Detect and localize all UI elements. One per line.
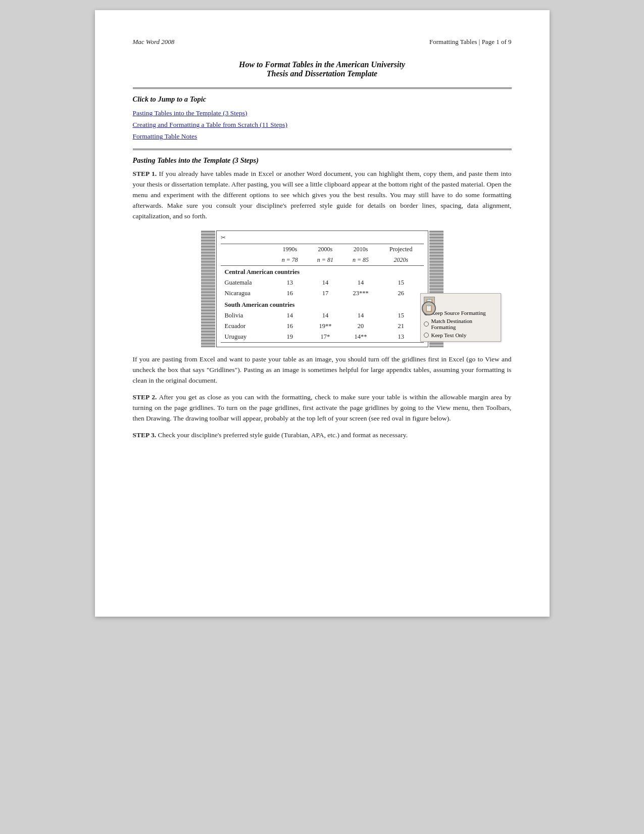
toc-link-2[interactable]: Creating and Formatting a Table from Scr… (133, 119, 512, 131)
toc-links: Pasting Tables into the Template (3 Step… (133, 108, 512, 143)
label-keep-text: Keep Text Only (431, 332, 467, 338)
header-left: Mac Word 2008 (133, 38, 175, 46)
title-line2: Thesis and Dissertation Template (133, 69, 512, 78)
para2: If you are pasting from Excel and want t… (133, 354, 512, 386)
row-bolivia: Bolivia 14 14 14 15 (221, 310, 424, 321)
header-right: Formatting Tables | Page 1 of 9 (429, 38, 512, 46)
section-label-central: Central American countries (221, 266, 424, 278)
central-label: Central American countries (221, 266, 424, 278)
title-line1: How to Format Tables in the American Uni… (133, 60, 512, 69)
col-2010s: 2010s (343, 244, 378, 255)
step3-paragraph: STEP 3. Check your discipline's preferre… (133, 430, 512, 441)
figure-container: ✂ 1990s 2000s 2010s Projected n = 78 (133, 230, 512, 347)
south-label: South American countries (221, 299, 424, 310)
sub-2020s: 2020s (378, 255, 423, 266)
page: Mac Word 2008 Formatting Tables | Page 1… (95, 10, 550, 617)
step3-text: Check your discipline's preferred style … (156, 431, 408, 439)
left-sidebar (201, 230, 215, 347)
toc-link-1[interactable]: Pasting Tables into the Template (3 Step… (133, 108, 512, 119)
row-uruguay: Uruguay 19 17* 14** 13 (221, 332, 424, 343)
col-1990s: 1990s (272, 244, 308, 255)
sub-n81: n = 81 (308, 255, 343, 266)
data-table: 1990s 2000s 2010s Projected n = 78 n = 8… (221, 244, 424, 343)
option-keep-text[interactable]: Keep Text Only (424, 331, 498, 339)
step3-label: STEP 3. (133, 431, 157, 439)
sub-n78: n = 78 (272, 255, 308, 266)
option-match-dest[interactable]: Match Destination Formatting (424, 317, 498, 331)
toc-link-3[interactable]: Formatting Table Notes (133, 131, 512, 143)
col-2000s: 2000s (308, 244, 343, 255)
main-title: How to Format Tables in the American Uni… (133, 60, 512, 78)
label-keep-source: Keep Source Formatting (431, 310, 486, 316)
step2-label: STEP 2. (133, 393, 157, 401)
col-blank (221, 244, 272, 255)
step2-text: After you get as close as you can with t… (133, 393, 512, 422)
sub-n85: n = 85 (343, 255, 378, 266)
table-header-row: 1990s 2000s 2010s Projected (221, 244, 424, 255)
row-nicaragua: Nicaragua 16 17 23*** 26 (221, 288, 424, 299)
radio-keep-text (424, 333, 429, 338)
table-subheader-row: n = 78 n = 81 n = 85 2020s (221, 255, 424, 266)
row-ecuador: Ecuador 16 19** 20 21 (221, 321, 424, 332)
top-divider (133, 87, 512, 89)
toc-heading: Click to Jump to a Topic (133, 95, 512, 104)
table-wrapper: ✂ 1990s 2000s 2010s Projected n = 78 (216, 230, 428, 347)
clipboard-popup: 📋 Keep Source Formatting Match Destinati… (420, 293, 501, 342)
figure-inner: ✂ 1990s 2000s 2010s Projected n = 78 (201, 230, 443, 347)
step1-text: If you already have tables made in Excel… (133, 170, 512, 220)
radio-match-dest (424, 321, 429, 327)
step2-paragraph: STEP 2. After you get as close as you ca… (133, 392, 512, 424)
bottom-toc-divider (133, 149, 512, 150)
row-guatemala: Guatemala 13 14 14 15 (221, 277, 424, 288)
section1-heading: Pasting Tables into the Template (3 Step… (133, 156, 512, 165)
step1-label: STEP 1. (133, 170, 157, 177)
col-projected: Projected (378, 244, 423, 255)
page-header: Mac Word 2008 Formatting Tables | Page 1… (133, 38, 512, 46)
label-match-dest: Match Destination Formatting (431, 318, 498, 330)
clipboard-trigger-icon[interactable]: 📋 (422, 301, 436, 315)
scissors-icon: ✂ (221, 234, 424, 242)
step1-paragraph: STEP 1. If you already have tables made … (133, 169, 512, 222)
section-label-south: South American countries (221, 299, 424, 310)
